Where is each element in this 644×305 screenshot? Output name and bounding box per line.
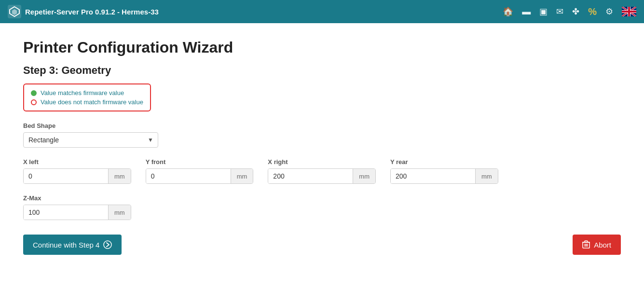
legend-no-match-label: Value does not match firmware value [41, 98, 143, 106]
buttons-row: Continue with Step 4 Abort [23, 235, 621, 255]
z-max-input[interactable] [24, 205, 108, 220]
settings-icon[interactable]: ⚙ [605, 6, 613, 17]
x-right-group: X right mm [268, 158, 376, 184]
x-left-input[interactable] [24, 169, 108, 183]
legend-match-label: Value matches firmware value [41, 89, 124, 97]
legend-green-dot [31, 90, 37, 96]
bed-shape-dropdown-wrapper: Rectangle Circle ▼ [23, 132, 621, 148]
x-right-label: X right [268, 158, 376, 166]
z-max-label: Z-Max [23, 194, 621, 202]
y-front-input[interactable] [146, 169, 231, 183]
svg-rect-15 [585, 241, 588, 242]
svg-rect-11 [622, 11, 636, 13]
main-content: Printer Configuration Wizard Step 3: Geo… [0, 23, 644, 270]
y-rear-label: Y rear [390, 158, 498, 166]
legend-box: Value matches firmware value Value does … [23, 83, 151, 111]
abort-button[interactable]: Abort [573, 235, 621, 255]
page-title: Printer Configuration Wizard [23, 39, 621, 56]
legend-red-dot [31, 99, 37, 105]
navbar: Repetier-Server Pro 0.91.2 - Hermes-33 🏠… [0, 0, 644, 23]
trash-icon [582, 240, 590, 249]
z-max-section: Z-Max mm [23, 194, 621, 220]
arrow-circle-icon [103, 240, 112, 249]
y-front-group: Y front mm [146, 158, 254, 184]
bed-shape-label: Bed Shape [23, 122, 621, 129]
y-front-label: Y front [146, 158, 254, 166]
x-right-input[interactable] [268, 169, 353, 183]
navbar-icons: 🏠 ▬ ▣ ✉ ✤ % ⚙ [503, 6, 636, 17]
y-rear-unit: mm [475, 169, 498, 183]
step-title: Step 3: Geometry [23, 64, 621, 77]
legend-match-item: Value matches firmware value [31, 89, 143, 97]
legend-no-match-item: Value does not match firmware value [31, 98, 143, 106]
y-front-input-wrapper: mm [146, 168, 254, 184]
x-left-input-wrapper: mm [23, 168, 131, 184]
continue-button[interactable]: Continue with Step 4 [23, 235, 122, 255]
svg-point-12 [104, 241, 111, 249]
language-flag-icon[interactable] [622, 7, 636, 16]
x-left-group: X left mm [23, 158, 131, 184]
x-right-input-wrapper: mm [268, 168, 376, 184]
home-icon[interactable]: 🏠 [503, 6, 513, 17]
navbar-title: Repetier-Server Pro 0.91.2 - Hermes-33 [25, 8, 159, 16]
navbar-brand: Repetier-Server Pro 0.91.2 - Hermes-33 [8, 5, 497, 18]
app-logo-icon [8, 5, 21, 18]
x-right-unit: mm [353, 169, 375, 183]
continue-button-label: Continue with Step 4 [33, 241, 99, 249]
x-left-label: X left [23, 158, 131, 166]
y-front-unit: mm [231, 169, 253, 183]
z-max-input-wrapper: mm [23, 205, 131, 220]
dimensions-row: X left mm Y front mm X right mm Y rear [23, 158, 621, 184]
bed-shape-select[interactable]: Rectangle Circle [23, 132, 158, 148]
y-rear-input-wrapper: mm [390, 168, 498, 184]
bed-shape-select-wrapper: Rectangle Circle ▼ [23, 132, 158, 148]
abort-button-label: Abort [594, 241, 611, 249]
z-max-unit: mm [108, 205, 131, 220]
y-rear-input[interactable] [391, 169, 475, 183]
cross-icon[interactable]: ✤ [572, 6, 579, 17]
y-rear-group: Y rear mm [390, 158, 498, 184]
display-icon[interactable]: ▣ [539, 6, 548, 17]
bed-shape-section: Bed Shape Rectangle Circle ▼ [23, 122, 621, 148]
mail-icon[interactable]: ✉ [556, 6, 563, 17]
percent-icon[interactable]: % [588, 6, 597, 17]
minimize-icon[interactable]: ▬ [522, 7, 531, 17]
x-left-unit: mm [108, 169, 131, 183]
